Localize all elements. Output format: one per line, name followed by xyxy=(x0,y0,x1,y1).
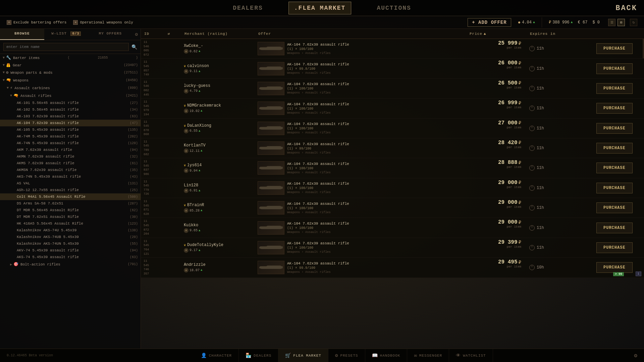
bottom-nav-watchlist[interactable]: 👁 WATCHLIST xyxy=(449,349,493,362)
list-item[interactable]: AKMN 7.62x39 assault rifle (32) xyxy=(0,153,141,160)
row-id: 11 545 871 628 xyxy=(141,198,164,218)
list-item[interactable]: AK-105 5.45x39 assault rifle (135) xyxy=(0,126,141,133)
tab-flea-market[interactable]: .FLEA MARKET xyxy=(288,2,352,14)
row-action[interactable]: PURCHASE > 99 1 xyxy=(594,258,644,277)
row-action[interactable]: PURCHASE xyxy=(594,238,644,257)
row-action[interactable]: PURCHASE xyxy=(594,178,644,198)
list-item[interactable]: Kalashnikov AKS-74U 5.45x39 (138) xyxy=(0,227,141,234)
tree-barter-label: Barter items xyxy=(13,56,40,60)
tree-bolt-action-rifles[interactable]: ▶ 🎯 Bolt-action rifles (791) xyxy=(0,260,141,268)
list-item[interactable]: AKV-74 5.45x39 assault rifle (94) xyxy=(0,247,141,254)
list-item[interactable]: Kalashnikov AKS-74UB 5.45x39 (20) xyxy=(0,234,141,240)
tree-item-label: AKS-74 5.45x39 assault rifle xyxy=(17,255,79,259)
bottom-settings-icon[interactable]: ⚙ xyxy=(634,352,637,359)
list-view-icon[interactable]: ☰ xyxy=(608,19,615,26)
list-item[interactable]: AKM 7.62x39 assault rifle (94) xyxy=(0,146,141,153)
filter-close-barter[interactable]: ✕ xyxy=(7,20,11,25)
list-item[interactable]: AKS-74 5.45x39 assault rifle (63) xyxy=(0,254,141,260)
bottom-nav-handbook-label: HANDBOOK xyxy=(380,354,400,358)
sidebar-tab-browse[interactable]: BROWSE xyxy=(0,29,44,40)
purchase-button[interactable]: PURCHASE xyxy=(596,262,633,273)
list-item[interactable]: Kalashnikov AKS-74UN 5.45x39 (55) xyxy=(0,240,141,247)
refresh-button[interactable]: ↻ xyxy=(630,19,637,26)
col-refresh[interactable]: ⇄ xyxy=(164,32,181,36)
purchase-button[interactable]: PURCHASE xyxy=(596,143,633,154)
list-item[interactable]: DS Arms SA-58 7.62x51 (287) xyxy=(0,200,141,207)
list-item[interactable]: DT MDR 7.62x51 Assault Rifle (30) xyxy=(0,214,141,220)
bottom-nav-handbook[interactable]: 📖 HANDBOOK xyxy=(365,349,408,362)
table-row: 11 545 857 749 ♛ calvinson ⊙ 9.11 ▲ xyxy=(141,59,644,78)
back-button[interactable]: BACK xyxy=(615,4,637,12)
row-refresh xyxy=(164,258,181,277)
clock-icon xyxy=(529,185,535,191)
purchase-button[interactable]: PURCHASE xyxy=(596,163,633,173)
list-item[interactable]: AK-103 7.62x39 assault rifle (63) xyxy=(0,113,141,120)
bottom-nav-character[interactable]: 👤 CHARACTER xyxy=(194,349,239,362)
tree-assault-carbines[interactable]: ▼ ⚡ Assault carbines (899) xyxy=(0,84,141,92)
col-price[interactable]: Price ▲ xyxy=(466,32,527,36)
list-item[interactable]: AK-74M 5.45x39 assault rifle (202) xyxy=(0,133,141,140)
list-item[interactable]: HK 416A5 5.56x45 Assault Rifle (123) xyxy=(0,220,141,227)
list-item[interactable]: AK-102 5.56x45 assault rifle (34) xyxy=(0,106,141,113)
row-offer: AK-104 7.62x39 assault rifle (1) × 99.8/… xyxy=(255,59,466,78)
purchase-button[interactable]: PURCHASE xyxy=(596,202,633,213)
tree-ak104[interactable]: AK-104 7.62x39 assault rifle (47) xyxy=(0,120,141,126)
tree-gear[interactable]: ▼ 🦺 Gear (23497) xyxy=(0,62,141,69)
purchase-button[interactable]: PURCHASE xyxy=(596,43,633,54)
bottom-nav-flea-market[interactable]: 🛒 FLEA MARKET xyxy=(278,349,328,362)
list-item[interactable]: AKMS 7.62x39 assault rifle (61) xyxy=(0,160,141,167)
flea-market-icon: 🛒 xyxy=(285,353,291,358)
list-item[interactable]: ASh-12 12.7x55 assault rifle (25) xyxy=(0,187,141,193)
list-item[interactable]: AK-74N 5.45x39 assault rifle (120) xyxy=(0,140,141,146)
row-action[interactable]: PURCHASE xyxy=(594,99,644,118)
tree-barter-items[interactable]: ▼ 🔧 Barter items ( 21655 ) xyxy=(0,54,141,62)
filter-operational-weapons[interactable]: ✕ Operational weapons only xyxy=(73,20,133,25)
rating-icon: ⊙ xyxy=(184,188,189,193)
tree-assault-rifles[interactable]: ▼ 🔫 Assault rifles (2421) xyxy=(0,92,141,100)
row-action[interactable]: PURCHASE xyxy=(594,39,644,58)
tree-weapon-parts[interactable]: ▼ ⚙ Weapon parts & mods (27511) xyxy=(0,69,141,76)
sidebar-tab-my-offers[interactable]: MY OFFERS xyxy=(88,29,132,40)
purchase-button[interactable]: PURCHASE xyxy=(596,123,633,134)
purchase-button[interactable]: PURCHASE xyxy=(596,242,633,253)
search-input[interactable] xyxy=(3,43,129,51)
row-action[interactable]: PURCHASE xyxy=(594,119,644,138)
purchase-button[interactable]: PURCHASE xyxy=(596,63,633,74)
filter-close-operational[interactable]: ✕ xyxy=(73,20,78,25)
bottom-nav-dealers[interactable]: 🏪 DEALERS xyxy=(239,349,278,362)
purchase-button[interactable]: PURCHASE xyxy=(596,83,633,94)
tab-dealers[interactable]: DEALERS xyxy=(227,2,268,14)
tree-weapons[interactable]: ▼ 🔫 Weapons (8450) xyxy=(0,76,141,84)
list-item[interactable]: AK-101 5.56x45 assault rifle (27) xyxy=(0,100,141,106)
list-item[interactable]: AKS-74N 5.45x39 assault rifle (43) xyxy=(0,173,141,180)
add-offer-button[interactable]: + ADD OFFER xyxy=(468,18,511,27)
offer-category: Weapons › Assault rifles xyxy=(287,250,349,254)
row-action[interactable]: PURCHASE xyxy=(594,79,644,98)
row-action[interactable]: PURCHASE xyxy=(594,59,644,78)
row-expires: 11h xyxy=(527,119,594,138)
row-action[interactable]: PURCHASE xyxy=(594,218,644,237)
purchase-button[interactable]: PURCHASE xyxy=(596,183,633,193)
list-item[interactable]: DT MDR 5.56x45 Assault Rifle (62) xyxy=(0,207,141,214)
tree-colt-m4a1[interactable]: Colt M4A1 5.56x45 Assault Rifle (500) xyxy=(0,193,141,200)
bottom-nav-presets[interactable]: ⚙ PRESETS xyxy=(328,349,365,362)
content-area: ID ⇄ Merchant (rating) Offer Price ▲ Exp… xyxy=(141,29,644,349)
settings-gear-icon[interactable]: ⚙ xyxy=(132,29,141,40)
row-action[interactable]: PURCHASE xyxy=(594,158,644,178)
row-action[interactable]: PURCHASE xyxy=(594,138,644,158)
grid-view-icon[interactable]: ⊞ xyxy=(618,19,625,26)
sidebar-tab-wlist[interactable]: W-LIST 0/3 xyxy=(44,29,89,40)
search-icon[interactable]: 🔍 xyxy=(131,44,137,50)
purchase-button[interactable]: PURCHASE xyxy=(596,103,633,114)
list-item[interactable]: AS VAL (131) xyxy=(0,180,141,187)
row-refresh xyxy=(164,198,181,218)
list-item[interactable]: AKMSN 7.62x39 assault rifle (35) xyxy=(0,167,141,173)
bottom-nav-messenger[interactable]: ✉ MESSENGER xyxy=(407,349,449,362)
tab-auctions[interactable]: AUCTIONS xyxy=(371,2,416,14)
purchase-button[interactable]: PURCHASE xyxy=(596,223,633,233)
filter-exclude-barter[interactable]: ✕ Exclude bartering offers xyxy=(7,20,66,25)
tree-item-label: DS Arms SA-58 7.62x51 xyxy=(17,201,63,205)
col-merchant[interactable]: Merchant (rating) xyxy=(181,32,255,36)
row-action[interactable]: PURCHASE xyxy=(594,198,644,218)
row-price: 29 000 ₽ per item xyxy=(466,198,527,218)
